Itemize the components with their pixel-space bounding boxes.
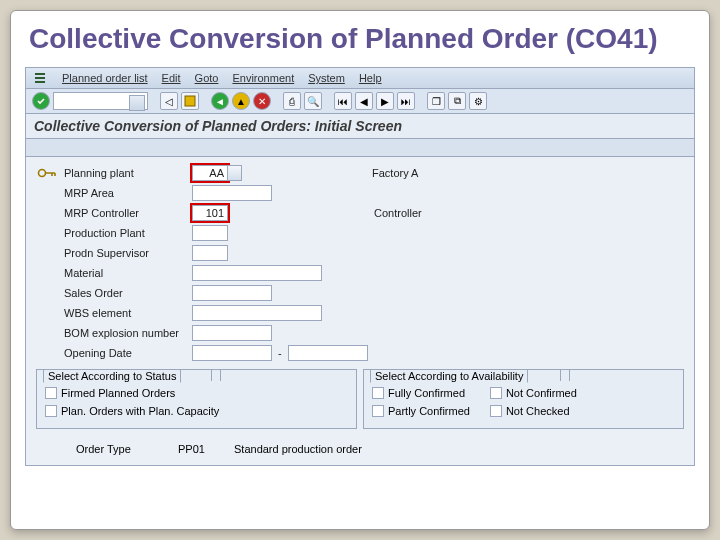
group-row: Select According to Status Firmed Planne… xyxy=(36,369,684,429)
enter-button[interactable] xyxy=(32,92,50,110)
form-area: Planning plant AA Factory A MRP Area MRP… xyxy=(26,157,694,465)
opening-date-to-input[interactable] xyxy=(288,345,368,361)
mrp-controller-input[interactable]: 101 xyxy=(192,205,228,221)
order-type-label: Order Type xyxy=(76,443,166,455)
prodn-supervisor-label: Prodn Supervisor xyxy=(64,247,192,259)
opening-date-from-input[interactable] xyxy=(192,345,272,361)
menu-edit[interactable]: Edit xyxy=(162,72,181,84)
planning-plant-label: Planning plant xyxy=(64,167,192,179)
nav-exit-icon[interactable]: ▲ xyxy=(232,92,250,110)
prev-page-icon[interactable]: ◀ xyxy=(355,92,373,110)
fully-confirmed-label: Fully Confirmed xyxy=(388,387,465,399)
menu-help[interactable]: Help xyxy=(359,72,382,84)
app-menu-icon[interactable] xyxy=(32,71,48,85)
nav-cancel-icon[interactable]: ✕ xyxy=(253,92,271,110)
toolbar: ◁ ◄ ▲ ✕ ⎙ 🔍 ⏮ ◀ ▶ ⏭ ❐ ⧉ ⚙ xyxy=(26,89,694,114)
mrp-controller-desc: Controller xyxy=(374,207,422,219)
menu-environment[interactable]: Environment xyxy=(232,72,294,84)
group-availability-tab-icon xyxy=(560,369,570,381)
group-status-title: Select According to Status xyxy=(43,369,181,383)
planning-plant-help-icon[interactable] xyxy=(228,165,242,181)
svg-point-1 xyxy=(39,170,46,177)
group-status-tab-icon xyxy=(211,369,221,381)
not-confirmed-label: Not Confirmed xyxy=(506,387,577,399)
svg-rect-0 xyxy=(185,96,195,106)
shortcut-icon[interactable]: ⧉ xyxy=(448,92,466,110)
sales-order-input[interactable] xyxy=(192,285,272,301)
production-plant-input[interactable] xyxy=(192,225,228,241)
slide: Collective Conversion of Planned Order (… xyxy=(10,10,710,530)
firmed-checkbox[interactable] xyxy=(45,387,57,399)
group-availability: Select According to Availability Fully C… xyxy=(363,369,684,429)
order-type-desc: Standard production order xyxy=(234,443,362,455)
first-page-icon[interactable]: ⏮ xyxy=(334,92,352,110)
app-toolbar xyxy=(26,139,694,157)
firmed-label: Firmed Planned Orders xyxy=(61,387,175,399)
material-label: Material xyxy=(64,267,192,279)
capacity-label: Plan. Orders with Plan. Capacity xyxy=(61,405,219,417)
command-field[interactable] xyxy=(53,92,148,110)
last-page-icon[interactable]: ⏭ xyxy=(397,92,415,110)
next-page-icon[interactable]: ▶ xyxy=(376,92,394,110)
material-input[interactable] xyxy=(192,265,322,281)
opening-date-sep: - xyxy=(278,347,282,359)
menubar: Planned order list Edit Goto Environment… xyxy=(26,68,694,89)
mrp-controller-label: MRP Controller xyxy=(64,207,192,219)
order-type-input[interactable]: PP01 xyxy=(178,443,222,455)
screen-title: Collective Conversion of Planned Orders:… xyxy=(26,114,694,139)
not-confirmed-checkbox[interactable] xyxy=(490,387,502,399)
key-icon xyxy=(36,164,58,182)
planning-plant-input[interactable]: AA xyxy=(192,165,228,181)
group-status: Select According to Status Firmed Planne… xyxy=(36,369,357,429)
capacity-checkbox[interactable] xyxy=(45,405,57,417)
find-icon[interactable]: 🔍 xyxy=(304,92,322,110)
opening-date-label: Opening Date xyxy=(64,347,192,359)
print-icon[interactable]: ⎙ xyxy=(283,92,301,110)
slide-title: Collective Conversion of Planned Order (… xyxy=(11,11,709,63)
nav-back-icon[interactable]: ◄ xyxy=(211,92,229,110)
save-icon[interactable] xyxy=(181,92,199,110)
wbs-element-label: WBS element xyxy=(64,307,192,319)
prodn-supervisor-input[interactable] xyxy=(192,245,228,261)
sales-order-label: Sales Order xyxy=(64,287,192,299)
create-session-icon[interactable]: ❐ xyxy=(427,92,445,110)
sap-window: Planned order list Edit Goto Environment… xyxy=(25,67,695,466)
production-plant-label: Production Plant xyxy=(64,227,192,239)
menu-system[interactable]: System xyxy=(308,72,345,84)
wbs-element-input[interactable] xyxy=(192,305,322,321)
menu-planned-order-list[interactable]: Planned order list xyxy=(62,72,148,84)
partly-confirmed-label: Partly Confirmed xyxy=(388,405,470,417)
bom-expl-label: BOM explosion number xyxy=(64,327,192,339)
mrp-area-label: MRP Area xyxy=(64,187,192,199)
partly-confirmed-checkbox[interactable] xyxy=(372,405,384,417)
local-layout-icon[interactable]: ⚙ xyxy=(469,92,487,110)
group-availability-title: Select According to Availability xyxy=(370,369,528,383)
planning-plant-desc: Factory A xyxy=(372,167,418,179)
back-icon[interactable]: ◁ xyxy=(160,92,178,110)
bom-expl-input[interactable] xyxy=(192,325,272,341)
not-checked-label: Not Checked xyxy=(506,405,570,417)
mrp-area-input[interactable] xyxy=(192,185,272,201)
menu-goto[interactable]: Goto xyxy=(195,72,219,84)
fully-confirmed-checkbox[interactable] xyxy=(372,387,384,399)
not-checked-checkbox[interactable] xyxy=(490,405,502,417)
